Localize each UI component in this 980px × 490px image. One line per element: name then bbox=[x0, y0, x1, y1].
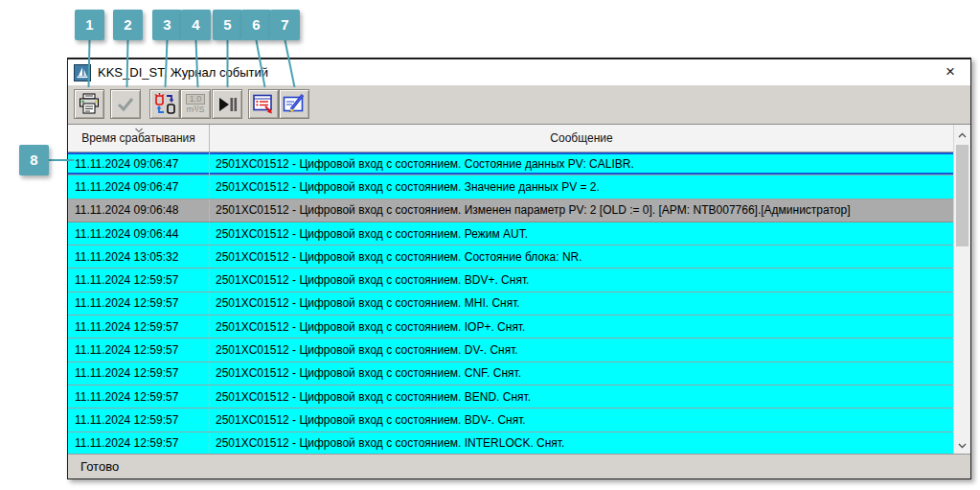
cell-time: 11.11.2024 12:59:57 bbox=[68, 362, 210, 385]
cell-message: 2501XC01512 - Цифровой вход с состоянием… bbox=[210, 362, 953, 385]
cell-message: 2501XC01512 - Цифровой вход с состоянием… bbox=[210, 199, 953, 222]
cell-message: 2501XC01512 - Цифровой вход с состоянием… bbox=[210, 408, 953, 431]
cell-time: 11.11.2024 12:59:57 bbox=[68, 268, 210, 291]
table-row[interactable]: 11.11.2024 12:59:572501XC01512 - Цифрово… bbox=[68, 362, 953, 385]
window-titlebar: KKS_DI_ST. Журнал событий × bbox=[68, 59, 970, 85]
cell-time: 11.11.2024 12:59:57 bbox=[68, 408, 210, 431]
app-icon bbox=[74, 64, 91, 82]
table-row[interactable]: 11.11.2024 09:06:472501XC01512 - Цифрово… bbox=[68, 175, 953, 198]
table-header: Время срабатывания Сообщение bbox=[68, 125, 953, 152]
callout-badge-5: 5 bbox=[213, 10, 242, 40]
callout-badge-4: 4 bbox=[181, 10, 211, 40]
print-button[interactable] bbox=[74, 89, 104, 119]
table-row[interactable]: 11.11.2024 12:59:572501XC01512 - Цифрово… bbox=[68, 268, 953, 292]
table-row[interactable]: 11.11.2024 13:05:322501XC01512 - Цифрово… bbox=[68, 245, 953, 268]
units-icon: 1.0 m³/S bbox=[186, 94, 206, 114]
cell-message: 2501XC01512 - Цифровой вход с состоянием… bbox=[210, 338, 953, 361]
scrollbar-up-icon[interactable] bbox=[954, 127, 970, 143]
column-header-message[interactable]: Сообщение bbox=[210, 125, 953, 152]
cell-time: 11.11.2024 12:59:57 bbox=[68, 315, 210, 338]
cell-message: 2501XC01512 - Цифровой вход с состоянием… bbox=[210, 385, 953, 408]
column-header-time[interactable]: Время срабатывания bbox=[68, 125, 210, 152]
cell-time: 11.11.2024 12:59:57 bbox=[68, 338, 210, 361]
cell-message: 2501XC01512 - Цифровой вход с состоянием… bbox=[210, 315, 953, 338]
alarm-lamps-icon bbox=[152, 92, 178, 117]
cell-message: 2501XC01512 - Цифровой вход с состоянием… bbox=[210, 268, 953, 291]
callout-badge-7: 7 bbox=[270, 10, 300, 40]
table-row[interactable]: 11.11.2024 12:59:572501XC01512 - Цифрово… bbox=[68, 385, 953, 408]
cell-time: 11.11.2024 09:06:48 bbox=[68, 199, 210, 222]
event-list-icon bbox=[251, 93, 276, 116]
table-row[interactable]: 11.11.2024 12:59:572501XC01512 - Цифрово… bbox=[68, 432, 953, 455]
column-header-message-label: Сообщение bbox=[550, 131, 612, 145]
cell-message: 2501XC01512 - Цифровой вход с состоянием… bbox=[210, 432, 953, 455]
edit-comment-button[interactable] bbox=[279, 89, 309, 119]
table-row[interactable]: 11.11.2024 12:59:572501XC01512 - Цифрово… bbox=[68, 408, 953, 432]
close-button[interactable]: × bbox=[940, 59, 961, 85]
cell-time: 11.11.2024 09:06:44 bbox=[68, 222, 210, 245]
status-bar: Готово bbox=[68, 454, 970, 478]
vertical-scrollbar[interactable] bbox=[953, 125, 970, 455]
window-title: KKS_DI_ST. Журнал событий bbox=[98, 65, 268, 80]
cell-time: 11.11.2024 13:05:32 bbox=[68, 245, 210, 268]
table-row[interactable]: 11.11.2024 12:59:572501XC01512 - Цифрово… bbox=[68, 292, 953, 315]
table-body: 11.11.2024 09:06:472501XC01512 - Цифрово… bbox=[68, 152, 953, 455]
table-row[interactable]: 11.11.2024 09:06:472501XC01512 - Цифрово… bbox=[68, 152, 953, 175]
screenshot-canvas: 1 2 3 4 5 6 7 8 KKS_DI_ST. Журнал событи… bbox=[0, 0, 980, 490]
cell-message: 2501XC01512 - Цифровой вход с состоянием… bbox=[210, 245, 953, 268]
note-pencil-icon bbox=[282, 93, 307, 116]
table-row[interactable]: 11.11.2024 12:59:572501XC01512 - Цифрово… bbox=[68, 338, 953, 362]
check-icon bbox=[114, 94, 137, 115]
play-pause-icon bbox=[216, 95, 239, 114]
sort-indicator-icon bbox=[134, 123, 143, 136]
table-row[interactable]: 11.11.2024 12:59:572501XC01512 - Цифрово… bbox=[68, 315, 953, 338]
scrollbar-thumb[interactable] bbox=[956, 145, 969, 246]
cell-message: 2501XC01512 - Цифровой вход с состоянием… bbox=[210, 292, 953, 315]
cell-time: 11.11.2024 09:06:47 bbox=[68, 175, 210, 198]
cell-time: 11.11.2024 12:59:57 bbox=[68, 292, 210, 315]
callout-badge-2: 2 bbox=[113, 10, 143, 40]
cell-message: 2501XC01512 - Цифровой вход с состоянием… bbox=[210, 222, 953, 245]
callout-badge-1: 1 bbox=[75, 10, 104, 40]
cell-message: 2501XC01512 - Цифровой вход с состоянием… bbox=[210, 152, 953, 175]
cell-time: 11.11.2024 09:06:47 bbox=[68, 152, 210, 175]
toolbar: 1.0 m³/S bbox=[68, 85, 970, 124]
scrollbar-down-icon[interactable] bbox=[954, 437, 970, 454]
printer-icon bbox=[78, 93, 101, 115]
table-row[interactable]: 11.11.2024 09:06:442501XC01512 - Цифрово… bbox=[68, 222, 953, 245]
pause-resume-button[interactable] bbox=[212, 89, 242, 119]
units-button[interactable]: 1.0 m³/S bbox=[180, 89, 211, 119]
acknowledge-button[interactable] bbox=[110, 89, 141, 119]
table-row[interactable]: 11.11.2024 09:06:482501XC01512 - Цифрово… bbox=[68, 199, 953, 222]
callout-badge-3: 3 bbox=[152, 10, 182, 40]
event-table: Время срабатывания Сообщение 11.11.2024 … bbox=[68, 124, 970, 455]
callout-badge-8: 8 bbox=[19, 145, 49, 175]
status-text: Готово bbox=[80, 459, 119, 474]
callout-badge-6: 6 bbox=[241, 10, 271, 40]
cell-time: 11.11.2024 12:59:57 bbox=[68, 385, 210, 408]
cell-time: 11.11.2024 12:59:57 bbox=[68, 432, 210, 455]
event-journal-window: KKS_DI_ST. Журнал событий × bbox=[67, 58, 971, 479]
cell-message: 2501XC01512 - Цифровой вход с состоянием… bbox=[210, 175, 953, 198]
alarm-ack-button[interactable] bbox=[149, 89, 180, 119]
event-filter-button[interactable] bbox=[248, 89, 279, 119]
